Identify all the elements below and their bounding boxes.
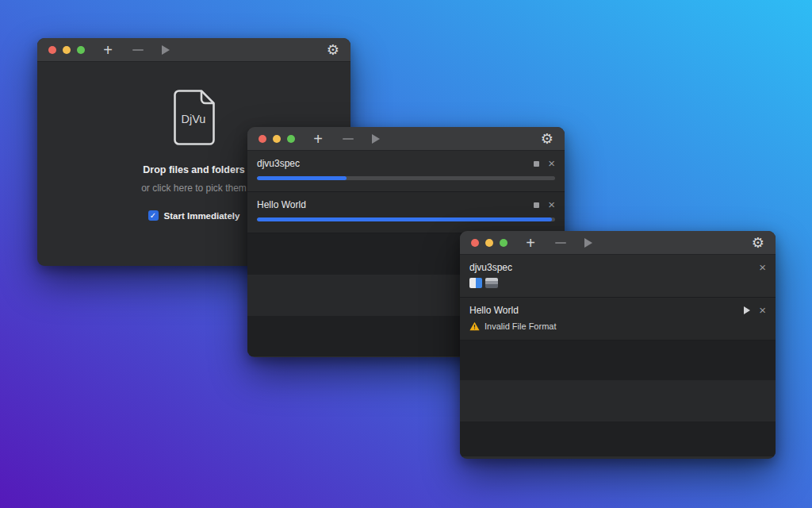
titlebar: + ⚙: [247, 127, 565, 151]
traffic-lights: [471, 239, 508, 247]
start-immediately-label: Start Immediately: [164, 211, 240, 221]
task-name: djvu3spec: [469, 262, 512, 273]
stop-icon[interactable]: [534, 161, 539, 167]
task-row: djvu3spec ×: [247, 151, 565, 192]
traffic-lights: [259, 135, 295, 143]
titlebar: + ⚙: [37, 38, 350, 62]
zoom-window-button[interactable]: [500, 239, 508, 247]
task-name: Hello World: [257, 199, 306, 210]
minimize-window-button[interactable]: [485, 239, 493, 247]
task-row: djvu3spec ×: [460, 255, 776, 298]
add-files-icon[interactable]: +: [102, 39, 114, 61]
settings-gear-icon[interactable]: ⚙: [327, 43, 339, 57]
task-name: Hello World: [469, 305, 519, 316]
result-thumbnails: [469, 278, 766, 288]
start-all-icon[interactable]: [162, 45, 170, 55]
drop-title: Drop files and folders: [143, 164, 245, 175]
empty-row: [460, 380, 776, 421]
stop-icon[interactable]: [534, 202, 539, 208]
error-message: Invalid File Format: [485, 321, 556, 331]
window-results: + ⚙ djvu3spec × Hello World ×: [460, 231, 776, 459]
close-icon[interactable]: ×: [759, 264, 766, 271]
close-window-button[interactable]: [48, 46, 56, 54]
djvu-document-icon: DjVu: [173, 89, 216, 146]
task-row: Hello World × Invalid File Format: [460, 298, 776, 341]
remove-icon[interactable]: [555, 242, 566, 244]
settings-gear-icon[interactable]: ⚙: [541, 132, 553, 146]
remove-icon[interactable]: [343, 138, 354, 140]
empty-row: [460, 421, 776, 456]
add-files-icon[interactable]: +: [312, 128, 324, 150]
minimize-window-button[interactable]: [273, 135, 281, 143]
titlebar: + ⚙: [460, 231, 776, 255]
start-immediately-row: ✓ Start Immediately: [148, 210, 240, 221]
warning-icon: [469, 321, 480, 331]
progress-bar: [257, 217, 555, 221]
task-name: djvu3spec: [257, 158, 300, 169]
close-window-button[interactable]: [471, 239, 479, 247]
start-immediately-checkbox[interactable]: ✓: [148, 210, 159, 221]
start-all-icon[interactable]: [372, 134, 380, 144]
start-all-icon[interactable]: [584, 238, 592, 248]
settings-gear-icon[interactable]: ⚙: [752, 236, 764, 250]
file-badge-label: DjVu: [181, 113, 205, 125]
progress-fill: [257, 176, 347, 180]
remove-icon[interactable]: [132, 49, 144, 51]
zoom-window-button[interactable]: [77, 46, 85, 54]
progress-fill: [257, 217, 552, 221]
close-icon[interactable]: ×: [548, 201, 555, 209]
photo-thumbnail[interactable]: [485, 278, 498, 288]
close-icon[interactable]: ×: [759, 306, 766, 314]
minimize-window-button[interactable]: [63, 46, 71, 54]
add-files-icon[interactable]: +: [524, 232, 537, 254]
close-window-button[interactable]: [259, 135, 266, 143]
close-icon[interactable]: ×: [548, 160, 555, 167]
drop-subtitle: or click here to pick them: [141, 183, 247, 194]
traffic-lights: [48, 46, 85, 54]
finder-thumbnail[interactable]: [469, 278, 482, 288]
zoom-window-button[interactable]: [287, 135, 295, 143]
empty-row: [460, 341, 776, 380]
progress-bar: [257, 176, 555, 180]
retry-play-icon[interactable]: [744, 306, 750, 314]
task-row: Hello World ×: [247, 192, 565, 233]
